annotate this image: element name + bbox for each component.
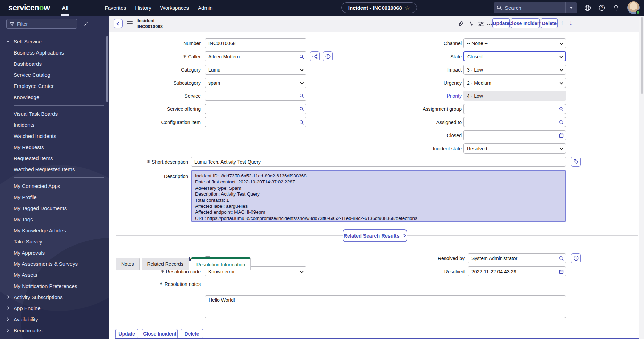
category-select[interactable]: Lumu — [205, 65, 306, 75]
content-scrollbar[interactable] — [639, 16, 644, 339]
attachment-paperclip-icon[interactable] — [458, 21, 464, 27]
description-textarea[interactable]: Incident ID: 8dd73ff0-6a52-11ed-89c2-613… — [191, 170, 566, 222]
service-offering-input[interactable] — [205, 104, 297, 114]
sidebar-item-service-catalog[interactable]: Service Catalog — [0, 69, 109, 80]
service-input[interactable] — [205, 91, 297, 101]
update-button[interactable]: Update — [492, 18, 510, 28]
sidebar-item-incidents[interactable]: Incidents — [0, 119, 109, 130]
resolved-by-lookup-button[interactable] — [557, 253, 566, 263]
closed-calendar-button[interactable] — [557, 130, 566, 140]
sidebar-item-my-assessments-surveys[interactable]: My Assessments & Surveys — [0, 258, 109, 269]
sidebar-group-self-service[interactable]: Self-Service — [0, 36, 109, 47]
channel-select[interactable]: -- None -- — [463, 38, 566, 48]
category-field: Lumu — [205, 65, 306, 75]
sidebar-item-requested-items[interactable]: Requested Items — [0, 152, 109, 164]
more-actions-icon[interactable]: ••• — [487, 22, 492, 28]
sidebar-item-my-knowledge-articles[interactable]: My Knowledge Articles — [0, 225, 109, 236]
assigned-to-input[interactable] — [463, 117, 557, 127]
personalize-form-sliders-icon[interactable] — [478, 21, 484, 27]
servicenow-logo[interactable]: servicenow — [8, 3, 50, 13]
caller-lookup-button[interactable] — [297, 51, 306, 61]
sidebar-item-my-approvals[interactable]: My Approvals — [0, 247, 109, 258]
tab-notes[interactable]: Notes — [116, 258, 140, 270]
caller-input[interactable] — [205, 51, 297, 61]
globe-icon[interactable] — [584, 5, 591, 11]
short-description-input[interactable] — [191, 157, 566, 167]
resolution-notes-textarea[interactable]: Hello World! — [205, 295, 566, 318]
sidebar-item-take-survey[interactable]: Take Survey — [0, 236, 109, 247]
help-icon[interactable]: ? — [599, 5, 605, 11]
nav-favorites[interactable]: Favorites — [100, 5, 131, 11]
global-search[interactable]: Search — [494, 2, 577, 13]
nav-history[interactable]: History — [131, 5, 156, 11]
delete-button[interactable]: Delete — [541, 18, 558, 28]
service-lookup-button[interactable] — [297, 91, 306, 101]
footer-close-incident-button[interactable]: Close Incident — [142, 329, 178, 339]
closed-input[interactable] — [463, 130, 557, 140]
sidebar-item-watched-requested-items[interactable]: Watched Requested Items — [0, 164, 109, 175]
sidebar-item-business-applications[interactable]: Business Applications — [0, 47, 109, 58]
state-select[interactable]: Closed — [463, 51, 566, 61]
sidebar-group-activity-subscriptions[interactable]: Activity Subscriptions — [0, 291, 109, 303]
pin-sidebar-icon[interactable] — [82, 20, 90, 28]
sidebar-item-my-profile[interactable]: My Profile — [0, 191, 109, 202]
tab-resolution-information[interactable]: Resolution Information — [191, 257, 251, 270]
assignment-group-lookup-button[interactable] — [557, 104, 566, 114]
current-record-pill[interactable]: Incident - INC0010068 ☆ — [341, 2, 417, 13]
service-offering-lookup-button[interactable] — [297, 104, 306, 114]
resolved-input[interactable] — [468, 266, 557, 276]
resolved-by-input[interactable] — [468, 253, 557, 263]
sidebar-item-my-requests[interactable]: My Requests — [0, 141, 109, 152]
sidebar-item-my-tagged-documents[interactable]: My Tagged Documents — [0, 202, 109, 214]
footer-update-button[interactable]: Update — [115, 329, 138, 339]
suggestion-tag-button[interactable] — [571, 157, 581, 167]
resolved-calendar-button[interactable] — [557, 266, 566, 276]
priority-link[interactable]: Priority — [446, 93, 462, 99]
number-input[interactable] — [205, 38, 306, 48]
sidebar-group-benchmarks[interactable]: Benchmarks — [0, 325, 109, 336]
assignment-group-input[interactable] — [463, 104, 557, 114]
nav-all[interactable]: All — [57, 5, 73, 11]
priority-label: Priority — [365, 91, 462, 101]
nav-admin[interactable]: Admin — [193, 5, 217, 11]
related-search-results-button[interactable]: Related Search Results — [343, 229, 407, 242]
sidebar-item-my-connected-apps[interactable]: My Connected Apps — [0, 180, 109, 191]
sidebar-group-availability[interactable]: Availability — [0, 314, 109, 325]
incident-state-select[interactable]: Resolved — [463, 143, 566, 154]
filter-input[interactable] — [17, 21, 80, 27]
impact-select[interactable]: 3 - Low — [463, 65, 566, 75]
sidebar-item-my-assets[interactable]: My Assets — [0, 269, 109, 280]
notifications-icon[interactable] — [613, 5, 619, 11]
search-scope-dropdown[interactable] — [565, 2, 577, 13]
sidebar-item-employee-center[interactable]: Employee Center — [0, 80, 109, 91]
back-button[interactable] — [114, 19, 123, 28]
configuration-item-input[interactable] — [205, 117, 297, 127]
nav-workspaces[interactable]: Workspaces — [156, 5, 193, 11]
resolved-by-preview-info-button[interactable] — [571, 253, 581, 263]
sidebar-item-my-tags[interactable]: My Tags — [0, 214, 109, 225]
sidebar-group-label: Self-Service — [14, 39, 42, 44]
impact-field: 3 - Low — [463, 65, 566, 75]
configuration-item-lookup-button[interactable] — [297, 117, 306, 127]
close-incident-button[interactable]: Close Incident — [511, 18, 540, 28]
form-context-menu-icon[interactable] — [127, 21, 133, 26]
activity-pulse-icon[interactable] — [468, 21, 475, 27]
sidebar-item-knowledge[interactable]: Knowledge — [0, 91, 109, 102]
subcategory-select[interactable]: spam — [205, 78, 306, 88]
user-avatar[interactable] — [627, 1, 640, 14]
sidebar-item-dashboards[interactable]: Dashboards — [0, 58, 109, 69]
caller-preview-info-button[interactable] — [323, 51, 333, 61]
sidebar-group-app-engine[interactable]: App Engine — [0, 303, 109, 314]
sidebar-item-watched-incidents[interactable]: Watched Incidents — [0, 130, 109, 141]
sidebar-item-visual-task-boards[interactable]: Visual Task Boards — [0, 108, 109, 119]
urgency-select[interactable]: 2 - Medium — [463, 78, 566, 88]
content-scrollbar-thumb[interactable] — [641, 17, 643, 94]
favorite-star-icon[interactable]: ☆ — [405, 4, 410, 11]
footer-delete-button[interactable]: Delete — [181, 329, 203, 339]
tab-related-records[interactable]: Related Records — [142, 258, 189, 270]
assigned-to-lookup-button[interactable] — [557, 117, 566, 127]
sidebar-item-my-notification-preferences[interactable]: My Notification Preferences — [0, 280, 109, 291]
caller-hierarchy-button[interactable] — [310, 51, 320, 61]
sidebar-filter[interactable] — [6, 19, 77, 29]
scroll-down-icon[interactable]: ↓ — [569, 19, 573, 27]
